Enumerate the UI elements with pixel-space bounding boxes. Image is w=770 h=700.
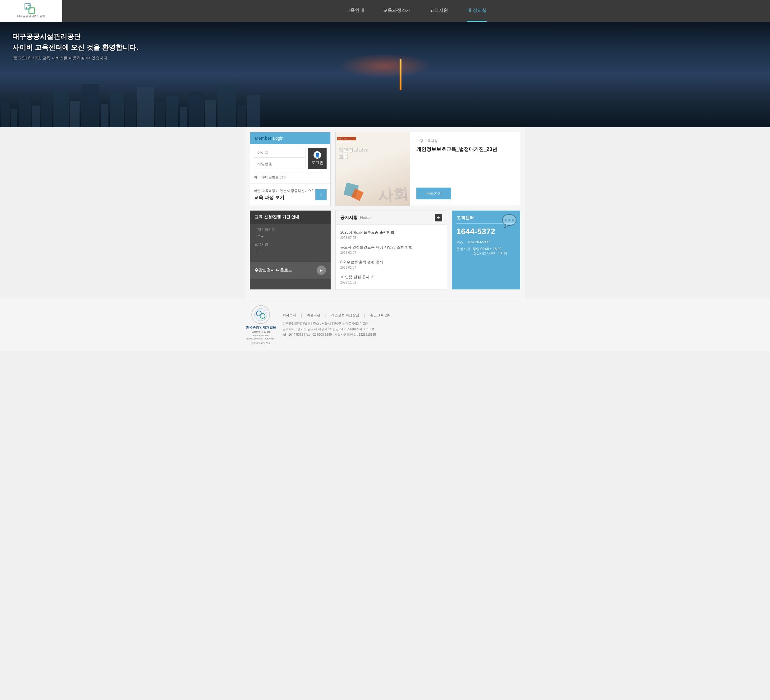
enrollment-period: 수강신청기간 .. ~ .. — [254, 227, 326, 237]
footer-org-name: 한국중앙인재개발원 — [246, 325, 276, 329]
logo-area: 대구공공시설관리공단 — [0, 0, 62, 22]
banner-img-content: LEGAL DUTY MAGAZINE 개인정보보호 교육 사회 — [336, 132, 410, 206]
login-inputs — [254, 148, 306, 169]
course-goto-button[interactable]: 바로가기 — [416, 187, 451, 199]
login-header: Member Login — [250, 132, 330, 144]
footer-links: 회사소개 | 이용약관 | 개인정보 취급방침 | 환급교육 안내 한국중앙인재… — [283, 313, 525, 337]
notice-item-date: 2023-02-07 — [340, 266, 442, 269]
pw-input[interactable] — [254, 159, 306, 169]
hours-label: 운영시간 — [456, 247, 470, 256]
header: 대구공공시설관리공단 교육안내 교육과정소개 고객지원 내 강의실 — [0, 0, 770, 22]
row-2: 교육 신청/진행 기간 안내 수강신청기간 .. ~ .. 교육기간 .. ~ … — [250, 211, 520, 289]
hours-value: 평일 09:00 ~ 18:00 — [472, 247, 507, 251]
course-browse-area: 어떤 교육과정이 있는지 궁금하신가요? 교육 과정 보기 › — [250, 183, 330, 206]
magazine-badge: MAGAZINE — [337, 141, 351, 143]
download-circle-icon: ▸ — [317, 266, 326, 275]
list-item[interactable]: 근로자 안전보건교육 대상 사업장 조회 방법 2023-03-07 — [336, 242, 447, 257]
notice-item-title: 근로자 안전보건교육 대상 사업장 조회 방법 — [340, 245, 442, 250]
hero-text-block: 대구공공시설관리공단 사이버 교육센터에 오신 것을 환영합니다. [로그인] … — [13, 31, 138, 61]
notice-header: 공지사항 Notice + — [336, 211, 447, 225]
course-banner: LEGAL DUTY MAGAZINE 개인정보보호 교육 사회 수강 교육과정… — [335, 132, 520, 206]
list-item[interactable]: 8-2 수료증 출력 관련 문의 2023-02-07 — [336, 257, 447, 272]
id-input[interactable] — [254, 148, 306, 158]
banner-image: LEGAL DUTY MAGAZINE 개인정보보호 교육 사회 — [336, 132, 410, 206]
nav-education-guide[interactable]: 교육안내 — [346, 0, 364, 22]
schedule-body: 수강신청기간 .. ~ .. 교육기간 .. ~ .. — [250, 224, 331, 260]
banner-title-kr: 개인정보보호 교육 — [338, 146, 368, 160]
course-label: 수강 교육과정 — [416, 139, 514, 143]
notice-more-button[interactable]: + — [435, 214, 442, 221]
footer-logo-circle — [251, 305, 270, 324]
list-item[interactable]: ※ 인증 관련 공지 ※ 2022-11-02 — [336, 272, 447, 287]
notice-item-title: ※ 인증 관련 공지 ※ — [340, 274, 442, 280]
login-member-label: Member — [255, 136, 272, 141]
download-label: 수강신청서 다운로드 — [254, 268, 292, 273]
footer-address: 한국중앙인재개발원 | 주소 : 서울시 강남구 논현로 64길 4, 2층 김… — [283, 321, 525, 337]
login-label: Login — [273, 136, 283, 141]
footer-inner: 한국중앙인재개발원 KOREA HUMAN RESOURCES DEVELOPM… — [245, 305, 525, 345]
schedule-header: 교육 신청/진행 기간 안내 — [250, 211, 331, 224]
logo-icon: 대구공공시설관리공단 — [17, 3, 45, 18]
customer-service-box: 💬 고객센터 1644-5372 팩스 02-6203-5999 운영시간 평일… — [452, 211, 520, 289]
hours-row: 운영시간 평일 09:00 ~ 18:00 (점심시간 12:00 ~ 13:0… — [456, 247, 516, 256]
list-item[interactable]: 2023싱페소생솔수료증 출력방법 2023-07-25 — [336, 227, 447, 242]
enrollment-value: .. ~ .. — [254, 233, 326, 237]
hours-sub: (점심시간 12:00 ~ 13:00) — [472, 251, 507, 256]
footer-logo: 한국중앙인재개발원 KOREA HUMAN RESOURCES DEVELOPM… — [245, 305, 276, 345]
chat-icon: 💬 — [501, 214, 517, 228]
login-fields: 👤 로그인 — [250, 144, 330, 173]
notice-title-group: 공지사항 Notice — [340, 215, 371, 221]
footer-nav-about[interactable]: 회사소개 — [283, 313, 296, 318]
course-browse-button[interactable]: › — [315, 189, 327, 200]
find-account-link[interactable]: 아이디/비밀번호 찾기 — [250, 173, 330, 183]
row-1: Member Login 👤 로그인 아이디/비밀번호 찾기 어떤 교육과정이 … — [250, 132, 520, 206]
login-box: Member Login 👤 로그인 아이디/비밀번호 찾기 어떤 교육과정이 … — [250, 132, 331, 206]
notice-item-title: 2023싱페소생솔수료증 출력방법 — [340, 230, 442, 235]
main-content: Member Login 👤 로그인 아이디/비밀번호 찾기 어떤 교육과정이 … — [245, 127, 525, 299]
notice-item-title: 8-2 수료증 출력 관련 문의 — [340, 260, 442, 265]
fax-row: 팩스 02-6203-5999 — [456, 240, 516, 245]
person-icon: 👤 — [314, 151, 321, 159]
footer-nav: 회사소개 | 이용약관 | 개인정보 취급방침 | 환급교육 안내 — [283, 313, 525, 318]
hero-banner: 대구공공시설관리공단 사이버 교육센터에 오신 것을 환영합니다. [로그인] … — [0, 22, 770, 127]
footer: 한국중앙인재개발원 KOREA HUMAN RESOURCES DEVELOPM… — [0, 299, 770, 351]
download-button[interactable]: 수강신청서 다운로드 ▸ — [250, 262, 331, 279]
tower-icon — [400, 59, 401, 90]
education-period: 교육기간 .. ~ .. — [254, 242, 326, 252]
nav-my-classroom[interactable]: 내 강의실 — [467, 0, 487, 22]
hero-subtitle: [로그인] 하시면, 교육 서비스를 이용하실 수 있습니다 . — [13, 55, 138, 61]
footer-nav-refund[interactable]: 환급교육 안내 — [370, 313, 391, 318]
footer-address-line3: tel : 1644-5372 | fax : 02-6203-5999 | 사… — [283, 332, 525, 337]
schedule-box: 교육 신청/진행 기간 안내 수강신청기간 .. ~ .. 교육기간 .. ~ … — [250, 211, 331, 289]
footer-org-name-en: KOREA HUMAN RESOURCES DEVELOPMENT CENTER — [245, 331, 276, 340]
footer-address-line1: 한국중앙인재개발원 | 주소 : 서울시 강남구 논현로 64길 4, 2층 — [283, 321, 525, 326]
banner-info: 수강 교육과정 개인정보보호교육_법정매거진_23년 바로가기 — [410, 132, 520, 206]
fax-label: 팩스 — [456, 240, 466, 245]
login-button[interactable]: 👤 로그인 — [308, 148, 327, 169]
footer-nav-privacy[interactable]: 개인정보 취급방침 — [331, 313, 359, 318]
footer-address-line2: 김포지사 : 경기도 김포시 태장로795번길 23 마스터비즈파크 211호 — [283, 326, 525, 332]
notice-title-kr: 공지사항 — [340, 215, 358, 221]
notice-item-date: 2022-11-02 — [340, 281, 442, 284]
banner-deco-text: 사회 — [377, 186, 409, 204]
footer-nav-terms[interactable]: 이용약관 — [307, 313, 320, 318]
notice-title-en: Notice — [360, 216, 371, 220]
hero-title: 대구공공시설관리공단 사이버 교육센터에 오신 것을 환영합니다. — [13, 31, 138, 53]
notice-item-date: 2023-07-25 — [340, 236, 442, 239]
course-browse-text: 어떤 교육과정이 있는지 궁금하신가요? 교육 과정 보기 — [254, 188, 313, 201]
main-nav: 교육안내 교육과정소개 고객지원 내 강의실 — [62, 0, 770, 22]
enrollment-label: 수강신청기간 — [254, 227, 326, 232]
period-label: 교육기간 — [254, 242, 326, 247]
nav-course-intro[interactable]: 교육과정소개 — [383, 0, 411, 22]
period-value: .. ~ .. — [254, 248, 326, 252]
nav-customer-support[interactable]: 고객지원 — [429, 0, 448, 22]
footer-org-sub: 원격평생교육시설 — [251, 342, 271, 345]
legal-duty-badge: LEGAL DUTY — [337, 137, 356, 140]
course-browse-label: 교육 과정 보기 — [254, 194, 313, 201]
city-buildings — [0, 71, 770, 127]
notice-box: 공지사항 Notice + 2023싱페소생솔수료증 출력방법 2023-07-… — [335, 211, 447, 289]
fax-value: 02-6203-5999 — [468, 240, 490, 245]
notice-list: 2023싱페소생솔수료증 출력방법 2023-07-25 근로자 안전보건교육 … — [336, 225, 447, 289]
logo-text: 대구공공시설관리공단 — [17, 15, 45, 18]
course-title: 개인정보보호교육_법정매거진_23년 — [416, 146, 514, 153]
